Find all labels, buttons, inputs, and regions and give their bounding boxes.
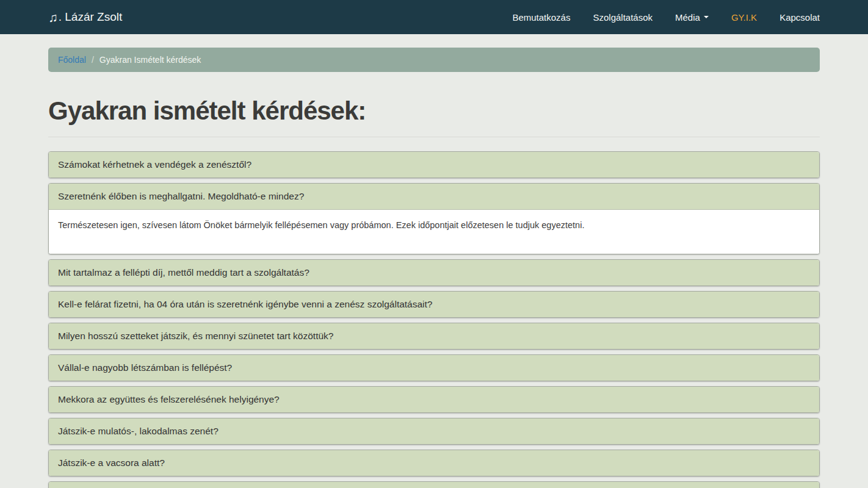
nav-item-label: Bemutatkozás	[512, 12, 570, 23]
faq-panel: Vállal-e nagyobb létszámban is fellépést…	[48, 354, 820, 381]
nav-item-label: Média	[675, 12, 700, 23]
faq-panel: Igény esetén betanul-e egy-két kedvenc d…	[48, 481, 820, 488]
breadcrumb-separator: /	[92, 55, 94, 65]
faq-accordion: Számokat kérhetnek a vendégek a zenésztő…	[48, 151, 820, 488]
faq-panel: Mit tartalmaz a fellépti díj, mettől med…	[48, 259, 820, 286]
faq-panel: Mekkora az együttes és felszerelésének h…	[48, 386, 820, 413]
breadcrumb-home-link[interactable]: Főoldal	[58, 55, 86, 65]
faq-panel: Számokat kérhetnek a vendégek a zenésztő…	[48, 151, 820, 178]
faq-panel: Kell-e felárat fizetni, ha 04 óra után i…	[48, 291, 820, 318]
brand-label: . Lázár Zsolt	[59, 10, 123, 24]
top-navbar: ♫. Lázár Zsolt BemutatkozásSzolgáltatáso…	[0, 0, 868, 34]
faq-question[interactable]: Mit tartalmaz a fellépti díj, mettől med…	[49, 260, 819, 285]
nav-item-label: GY.I.K	[731, 12, 757, 23]
title-divider	[48, 137, 820, 137]
chevron-down-icon	[704, 16, 709, 18]
faq-question[interactable]: Mekkora az együttes és felszerelésének h…	[49, 387, 819, 412]
faq-panel: Milyen hosszú szetteket játszik, és menn…	[48, 323, 820, 350]
faq-question[interactable]: Játszik-e mulatós-, lakodalmas zenét?	[49, 418, 819, 444]
nav-item-gy-i-k[interactable]: GY.I.K	[731, 12, 757, 23]
faq-answer: Természetesen igen, szívesen látom Önöke…	[49, 209, 819, 254]
faq-question[interactable]: Szeretnénk élőben is meghallgatni. Megol…	[49, 184, 819, 209]
nav-item-bemutatkozás[interactable]: Bemutatkozás	[512, 12, 570, 23]
faq-panel: Játszik-e a vacsora alatt?	[48, 450, 820, 476]
breadcrumb-current: Gyakran Ismételt kérdések	[99, 55, 201, 65]
faq-panel: Játszik-e mulatós-, lakodalmas zenét?	[48, 418, 820, 445]
page-title: Gyakran ismételt kérdések:	[48, 96, 820, 126]
faq-question[interactable]: Vállal-e nagyobb létszámban is fellépést…	[49, 355, 819, 381]
nav-item-média[interactable]: Média	[675, 12, 709, 23]
brand-link[interactable]: ♫. Lázár Zsolt	[48, 10, 122, 24]
music-note-icon: ♫	[48, 11, 58, 24]
nav-item-label: Szolgáltatások	[593, 12, 653, 23]
faq-panel: Szeretnénk élőben is meghallgatni. Megol…	[48, 183, 820, 254]
nav-item-label: Kapcsolat	[779, 12, 820, 23]
faq-question[interactable]: Kell-e felárat fizetni, ha 04 óra után i…	[49, 292, 819, 317]
breadcrumb: Főoldal / Gyakran Ismételt kérdések	[48, 48, 820, 72]
faq-question[interactable]: Játszik-e a vacsora alatt?	[49, 450, 819, 476]
nav-item-kapcsolat[interactable]: Kapcsolat	[779, 12, 820, 23]
nav-item-szolgáltatások[interactable]: Szolgáltatások	[593, 12, 653, 23]
faq-question[interactable]: Milyen hosszú szetteket játszik, és menn…	[49, 323, 819, 349]
faq-question[interactable]: Számokat kérhetnek a vendégek a zenésztő…	[49, 152, 819, 178]
nav-menu: BemutatkozásSzolgáltatásokMédiaGY.I.KKap…	[512, 12, 820, 23]
faq-question[interactable]: Igény esetén betanul-e egy-két kedvenc d…	[49, 482, 819, 488]
